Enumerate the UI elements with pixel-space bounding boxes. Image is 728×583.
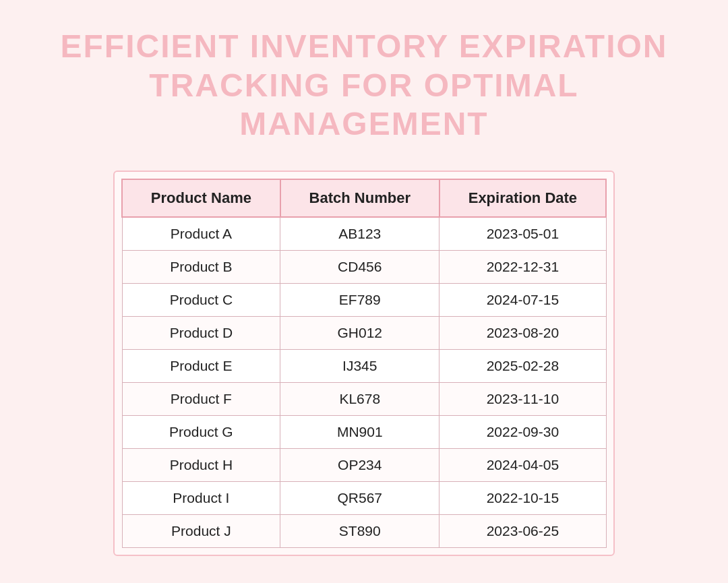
table-row: Product IQR5672022-10-15 — [122, 481, 606, 514]
table-cell-6-0: Product G — [122, 415, 280, 448]
table-row: Product EIJ3452025-02-28 — [122, 349, 606, 382]
inventory-table: Product Name Batch Number Expiration Dat… — [121, 179, 607, 548]
page-title: EFFICIENT INVENTORY EXPIRATION TRACKING … — [0, 27, 728, 144]
table-cell-0-2: 2023-05-01 — [439, 217, 606, 251]
table-row: Product BCD4562022-12-31 — [122, 250, 606, 283]
table-cell-7-0: Product H — [122, 448, 280, 481]
col-header-expiration-date: Expiration Date — [439, 179, 606, 217]
table-cell-3-0: Product D — [122, 316, 280, 349]
table-cell-6-1: MN901 — [280, 415, 439, 448]
table-cell-8-1: QR567 — [280, 481, 439, 514]
table-cell-6-2: 2022-09-30 — [439, 415, 606, 448]
table-cell-3-2: 2023-08-20 — [439, 316, 606, 349]
table-row: Product GMN9012022-09-30 — [122, 415, 606, 448]
table-row: Product HOP2342024-04-05 — [122, 448, 606, 481]
col-header-product-name: Product Name — [122, 179, 280, 217]
table-cell-5-1: KL678 — [280, 382, 439, 415]
table-cell-5-0: Product F — [122, 382, 280, 415]
table-row: Product CEF7892024-07-15 — [122, 283, 606, 316]
table-cell-7-1: OP234 — [280, 448, 439, 481]
table-cell-2-2: 2024-07-15 — [439, 283, 606, 316]
table-cell-8-2: 2022-10-15 — [439, 481, 606, 514]
table-cell-7-2: 2024-04-05 — [439, 448, 606, 481]
table-cell-4-0: Product E — [122, 349, 280, 382]
table-row: Product DGH0122023-08-20 — [122, 316, 606, 349]
table-cell-3-1: GH012 — [280, 316, 439, 349]
table-cell-5-2: 2023-11-10 — [439, 382, 606, 415]
table-cell-9-2: 2023-06-25 — [439, 514, 606, 547]
table-cell-4-2: 2025-02-28 — [439, 349, 606, 382]
table-row: Product AAB1232023-05-01 — [122, 217, 606, 251]
table-cell-2-0: Product C — [122, 283, 280, 316]
table-cell-4-1: IJ345 — [280, 349, 439, 382]
table-cell-2-1: EF789 — [280, 283, 439, 316]
table-cell-1-2: 2022-12-31 — [439, 250, 606, 283]
table-cell-9-0: Product J — [122, 514, 280, 547]
table-cell-0-0: Product A — [122, 217, 280, 251]
table-cell-0-1: AB123 — [280, 217, 439, 251]
table-cell-9-1: ST890 — [280, 514, 439, 547]
inventory-table-container: Product Name Batch Number Expiration Dat… — [113, 171, 615, 556]
table-header-row: Product Name Batch Number Expiration Dat… — [122, 179, 606, 217]
table-cell-8-0: Product I — [122, 481, 280, 514]
table-cell-1-0: Product B — [122, 250, 280, 283]
table-row: Product JST8902023-06-25 — [122, 514, 606, 547]
table-row: Product FKL6782023-11-10 — [122, 382, 606, 415]
table-cell-1-1: CD456 — [280, 250, 439, 283]
col-header-batch-number: Batch Number — [280, 179, 439, 217]
